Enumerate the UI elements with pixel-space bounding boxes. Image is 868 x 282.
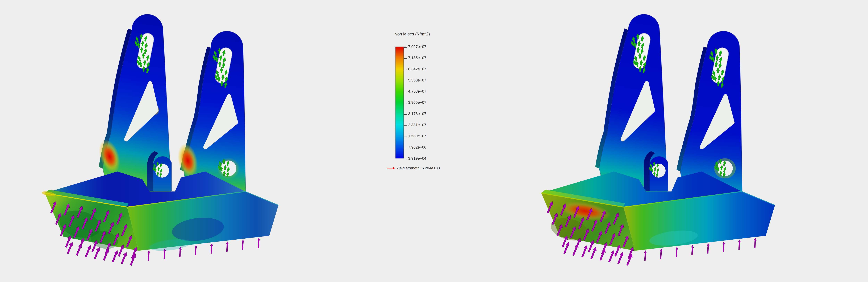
colorbar <box>396 47 404 159</box>
scale-value: 3.965e+07 <box>408 100 426 105</box>
scale-labels: 7.927e+07 7.135e+07 6.342e+07 5.550e+07 … <box>404 45 426 160</box>
ures-model <box>517 3 778 281</box>
bracket-model-displacement <box>541 14 775 266</box>
legend-scale-row: 6.342e+07 <box>404 67 426 71</box>
left-model-viewport[interactable] <box>21 3 281 281</box>
legend-scale-row: 7.135e+07 <box>404 56 426 60</box>
tick-mark <box>404 70 407 70</box>
legend-scale-row: 7.927e+07 <box>404 45 426 49</box>
bracket-model-stress <box>41 14 278 266</box>
fea-results-page: { "background_color": "#eeeeee", "colors… <box>0 0 868 282</box>
von-mises-model <box>21 3 281 281</box>
tick-mark <box>404 137 407 137</box>
scale-value: 7.927e+07 <box>408 45 426 49</box>
scale-value: 7.135e+07 <box>408 56 426 60</box>
tick-mark <box>404 114 407 115</box>
scale-value: 3.173e+07 <box>408 112 426 116</box>
legend-scale-row: 1.589e+07 <box>404 134 426 138</box>
scale-value: 3.919e+04 <box>408 156 426 161</box>
von-mises-legend: von Mises (N/m^2) 7.927e+07 7.135e+07 6.… <box>395 32 486 188</box>
scale-value: 5.550e+07 <box>408 78 426 83</box>
tick-mark <box>404 148 407 148</box>
yield-strength-row: Yield strength: 6.204e+08 <box>387 166 440 170</box>
tick-mark <box>404 159 407 159</box>
legend-title: von Mises (N/m^2) <box>395 32 430 36</box>
tick-mark <box>404 58 407 59</box>
right-model-viewport[interactable] <box>517 3 778 281</box>
tick-mark <box>404 92 407 92</box>
tick-mark <box>404 103 407 103</box>
scale-value: 7.962e+06 <box>408 145 426 149</box>
legend-scale-row: 7.962e+06 <box>404 145 426 149</box>
yield-arrow-icon <box>387 167 395 170</box>
legend-scale-row: 3.965e+07 <box>404 101 426 105</box>
scale-value: 6.342e+07 <box>408 67 426 72</box>
scale-value: 2.381e+07 <box>408 123 426 127</box>
yield-strength-label: Yield strength: 6.204e+08 <box>396 166 440 170</box>
tick-mark <box>404 81 407 81</box>
legend-scale-row: 3.173e+07 <box>404 112 426 116</box>
tick-mark <box>404 47 407 48</box>
tick-mark <box>404 125 407 126</box>
legend-scale-row: 5.550e+07 <box>404 78 426 82</box>
legend-scale-row: 2.381e+07 <box>404 123 426 127</box>
legend-scale-row: 4.758e+07 <box>404 89 426 93</box>
scale-value: 1.589e+07 <box>408 134 426 138</box>
legend-scale-row: 3.919e+04 <box>404 157 426 160</box>
scale-value: 4.758e+07 <box>408 89 426 94</box>
